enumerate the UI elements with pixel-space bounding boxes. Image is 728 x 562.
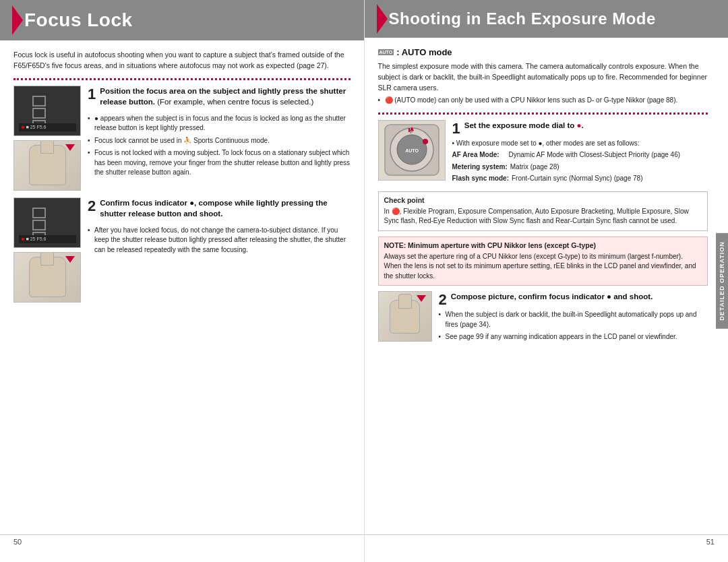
dial-step-bullets: • With exposure mode set to ●, other mod… [452,139,708,184]
dial-bullet-meter-label: Metering system: [452,162,508,173]
check-point-text: In 🔴, Flexible Program, Exposure Compens… [384,207,702,226]
step1-number: 1 [88,87,96,102]
note-box: NOTE: Minimum aperture with CPU Nikkor l… [378,237,708,286]
dial-bullet-intro: • With exposure mode set to ●, other mod… [452,139,708,149]
hand-shape-container-1 [14,141,80,190]
right-title-bar: Shooting in Each Exposure Mode [365,0,729,38]
vf-bracket-5 [32,220,46,230]
step1-container: ■ 25 F5.6 1 [13,86,351,191]
note-title: NOTE: Minimum aperture with CPU Nikkor l… [384,241,702,249]
check-point-box: Check point In 🔴, Flexible Program, Expo… [378,191,708,231]
svg-text:AUTO: AUTO [405,148,419,153]
left-page-title: Focus Lock [24,9,351,31]
dial-bullet-flash-value: Front-Curtain sync (Normal Sync) (page 7… [512,174,643,184]
dial-step-title-bold: Set the exposure mode dial to ●. [464,121,584,129]
vf-dot [22,126,24,129]
dial-bullet-intro-text: • With exposure mode set to ●, other mod… [452,139,640,149]
right-page: Shooting in Each Exposure Mode AUTO : AU… [365,0,729,562]
dial-image: P AUTO [378,120,446,181]
step2-container: ■ 25 F5.6 2 [13,197,351,303]
dial-bullet-flash: Flash sync mode: Front-Curtain sync (Nor… [452,174,708,184]
step2-images: ■ 25 F5.6 [13,197,81,303]
compose-step-bullets: When the subject is dark or backlit, the… [439,310,708,342]
left-page-body: Focus lock is useful in autofocus shooti… [0,50,364,534]
auto-mode-title: AUTO : AUTO mode [378,47,708,57]
step1-title-normal: (For example, when centre focus is selec… [157,98,313,106]
right-page-title: Shooting in Each Exposure Mode [389,9,715,28]
compose-hand-img [379,292,431,341]
dial-bullet-meter-value: Matrix (page 28) [510,162,559,173]
compose-bullet-1: When the subject is dark or backlit, the… [439,310,708,330]
svg-point-5 [423,139,428,144]
compose-image [378,291,432,342]
dotted-divider-2 [378,113,708,115]
step1-header: 1 Position the focus area on the subject… [88,86,351,111]
right-page-numbers: 51 [365,534,729,549]
auto-badge: AUTO [378,49,394,55]
vf-bottom-bar-1: ■ 25 F5.6 [19,123,76,131]
left-title-bar: Focus Lock [0,0,364,40]
compose-step-header: 2 Compose picture, confirm focus indicat… [439,291,708,307]
vf-bottom-bar-2: ■ 25 F5.6 [19,235,76,243]
auto-mode-text: The simplest exposure mode with this cam… [378,61,708,93]
vf-text: ■ 25 F5.6 [26,125,47,129]
vf-bracket-1 [32,96,46,106]
vf-bracket-4 [32,208,46,218]
note-text: Always set the aperture ring of a CPU Ni… [384,252,702,282]
left-page: Focus Lock Focus lock is useful in autof… [0,0,365,562]
left-page-numbers: 50 [0,534,364,549]
compose-bullet-2: See page 99 if any warning indication ap… [439,332,708,342]
svg-rect-6 [408,128,410,132]
step2-header: 2 Confirm focus indicator ●, compose whi… [88,197,351,223]
step1-bullet-1: ● appears when the subject is in focus a… [88,114,351,133]
vf-bracket-2 [32,108,46,119]
down-arrow-2 [65,256,75,263]
dotted-divider-1 [13,78,351,80]
compose-step-title-bold: Compose picture, confirm focus indicator… [451,292,653,301]
dial-bullet-af-value: Dynamic AF Mode with Closest-Subject Pri… [509,150,681,160]
hand-image-1 [13,140,81,191]
auto-mode-bullet: 🔴 (AUTO mode) can only be used with a CP… [378,96,708,106]
viewfinder-inner-2: ■ 25 F5.6 [19,201,76,245]
viewfinder-image-1: ■ 25 F5.6 [13,86,81,136]
compose-step-content: 2 Compose picture, confirm focus indicat… [439,291,708,345]
viewfinder-image-2: ■ 25 F5.6 [13,197,81,248]
hand-shape-container-2 [14,253,80,302]
side-tab: DETAILED OPERATION [716,233,728,329]
dial-bullet-af-label: AF Area Mode: [452,150,506,160]
vf-text-2: ■ 25 F5.6 [26,237,47,241]
step2-title: Confirm focus indicator ●, compose while… [100,197,350,219]
step2-bullets: After you have locked focus, do not chan… [88,226,351,255]
step1-content: 1 Position the focus area on the subject… [88,86,351,191]
step2-title-bold: Confirm focus indicator ●, compose while… [100,199,327,218]
step2-content: 2 Confirm focus indicator ●, compose whi… [88,197,351,303]
step1-bullet-2: Focus lock cannot be used in ⛹ Sports Co… [88,136,351,146]
check-point-title: Check point [384,196,702,204]
step1-images: ■ 25 F5.6 [13,86,81,191]
step1-bullets: ● appears when the subject is in focus a… [88,114,351,178]
viewfinder-inner-1: ■ 25 F5.6 [19,89,76,133]
hand-shape-2 [29,257,66,297]
hand-shape-1 [29,145,66,185]
compose-step-title: Compose picture, confirm focus indicator… [451,291,653,302]
vf-dot-2 [22,238,24,241]
dial-svg: P AUTO [382,121,442,179]
page-content: Focus Lock Focus lock is useful in autof… [0,0,728,562]
dial-bullet-af: AF Area Mode: Dynamic AF Mode with Close… [452,150,708,160]
down-arrow-1 [65,144,75,151]
left-page-number: 50 [13,538,22,546]
step1-bullet-3: Focus is not locked with a moving subjec… [88,148,351,178]
intro-text: Focus lock is useful in autofocus shooti… [13,50,351,71]
step2-bullet-1: After you have locked focus, do not chan… [88,226,351,255]
auto-mode-section: AUTO : AUTO mode The simplest exposure m… [378,47,708,106]
compose-step-container: 2 Compose picture, confirm focus indicat… [378,291,708,345]
dial-step-header: 1 Set the exposure mode dial to ●. [452,120,708,136]
compose-step-number: 2 [439,292,447,307]
auto-mode-title-text: : AUTO mode [396,47,452,57]
dial-step-container: P AUTO 1 Set the exposure mode dial to ●… [378,120,708,186]
step1-title: Position the focus area on the subject a… [100,86,350,107]
dial-bullet-meter: Metering system: Matrix (page 28) [452,162,708,173]
dial-step-number: 1 [452,121,460,136]
dial-step-title: Set the exposure mode dial to ●. [464,120,584,131]
dial-bullet-flash-label: Flash sync mode: [452,174,509,184]
